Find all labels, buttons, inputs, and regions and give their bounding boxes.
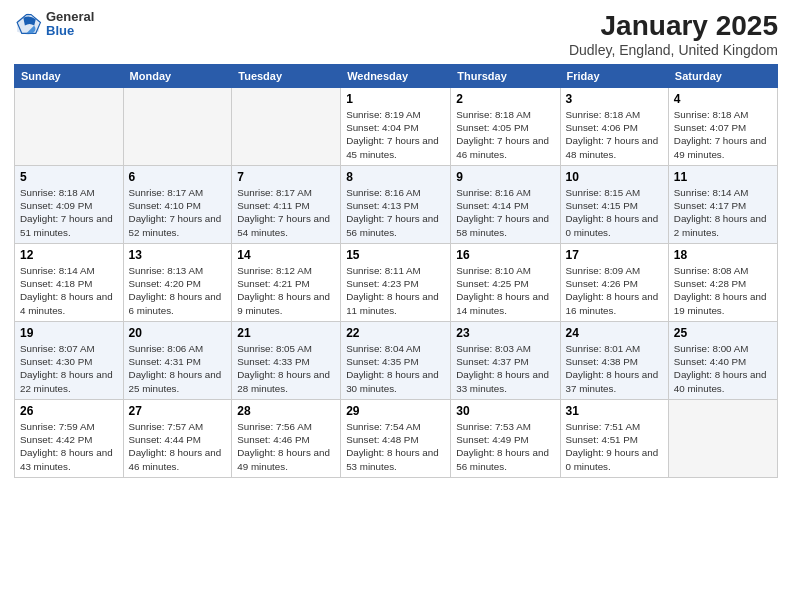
day-info: Sunrise: 8:18 AM Sunset: 4:09 PM Dayligh…: [20, 186, 118, 239]
day-number: 22: [346, 326, 445, 340]
calendar-week-row-4: 19Sunrise: 8:07 AM Sunset: 4:30 PM Dayli…: [15, 322, 778, 400]
calendar-table: Sunday Monday Tuesday Wednesday Thursday…: [14, 64, 778, 478]
calendar-cell: 24Sunrise: 8:01 AM Sunset: 4:38 PM Dayli…: [560, 322, 668, 400]
calendar-cell: 22Sunrise: 8:04 AM Sunset: 4:35 PM Dayli…: [341, 322, 451, 400]
day-number: 19: [20, 326, 118, 340]
day-number: 17: [566, 248, 663, 262]
day-info: Sunrise: 8:18 AM Sunset: 4:07 PM Dayligh…: [674, 108, 772, 161]
calendar-cell: 3Sunrise: 8:18 AM Sunset: 4:06 PM Daylig…: [560, 88, 668, 166]
calendar-cell: 13Sunrise: 8:13 AM Sunset: 4:20 PM Dayli…: [123, 244, 232, 322]
col-friday: Friday: [560, 65, 668, 88]
calendar-cell: 8Sunrise: 8:16 AM Sunset: 4:13 PM Daylig…: [341, 166, 451, 244]
day-number: 13: [129, 248, 227, 262]
calendar-cell: 5Sunrise: 8:18 AM Sunset: 4:09 PM Daylig…: [15, 166, 124, 244]
logo-text: General Blue: [46, 10, 94, 39]
day-number: 2: [456, 92, 554, 106]
day-number: 20: [129, 326, 227, 340]
calendar-week-row-3: 12Sunrise: 8:14 AM Sunset: 4:18 PM Dayli…: [15, 244, 778, 322]
calendar-cell: 18Sunrise: 8:08 AM Sunset: 4:28 PM Dayli…: [668, 244, 777, 322]
calendar-cell: 9Sunrise: 8:16 AM Sunset: 4:14 PM Daylig…: [451, 166, 560, 244]
calendar-cell: 19Sunrise: 8:07 AM Sunset: 4:30 PM Dayli…: [15, 322, 124, 400]
day-info: Sunrise: 8:10 AM Sunset: 4:25 PM Dayligh…: [456, 264, 554, 317]
calendar-header-row: Sunday Monday Tuesday Wednesday Thursday…: [15, 65, 778, 88]
day-number: 3: [566, 92, 663, 106]
day-number: 14: [237, 248, 335, 262]
day-info: Sunrise: 7:51 AM Sunset: 4:51 PM Dayligh…: [566, 420, 663, 473]
day-info: Sunrise: 8:17 AM Sunset: 4:11 PM Dayligh…: [237, 186, 335, 239]
day-number: 6: [129, 170, 227, 184]
col-thursday: Thursday: [451, 65, 560, 88]
calendar-cell: [232, 88, 341, 166]
day-info: Sunrise: 8:01 AM Sunset: 4:38 PM Dayligh…: [566, 342, 663, 395]
day-info: Sunrise: 8:12 AM Sunset: 4:21 PM Dayligh…: [237, 264, 335, 317]
calendar-cell: 11Sunrise: 8:14 AM Sunset: 4:17 PM Dayli…: [668, 166, 777, 244]
location: Dudley, England, United Kingdom: [569, 42, 778, 58]
calendar-cell: 20Sunrise: 8:06 AM Sunset: 4:31 PM Dayli…: [123, 322, 232, 400]
calendar-cell: 26Sunrise: 7:59 AM Sunset: 4:42 PM Dayli…: [15, 400, 124, 478]
calendar-cell: 27Sunrise: 7:57 AM Sunset: 4:44 PM Dayli…: [123, 400, 232, 478]
day-info: Sunrise: 8:15 AM Sunset: 4:15 PM Dayligh…: [566, 186, 663, 239]
day-info: Sunrise: 8:16 AM Sunset: 4:14 PM Dayligh…: [456, 186, 554, 239]
day-number: 18: [674, 248, 772, 262]
calendar-cell: 21Sunrise: 8:05 AM Sunset: 4:33 PM Dayli…: [232, 322, 341, 400]
calendar-cell: 10Sunrise: 8:15 AM Sunset: 4:15 PM Dayli…: [560, 166, 668, 244]
day-number: 16: [456, 248, 554, 262]
col-monday: Monday: [123, 65, 232, 88]
day-number: 26: [20, 404, 118, 418]
calendar-cell: 15Sunrise: 8:11 AM Sunset: 4:23 PM Dayli…: [341, 244, 451, 322]
day-number: 15: [346, 248, 445, 262]
calendar-cell: 23Sunrise: 8:03 AM Sunset: 4:37 PM Dayli…: [451, 322, 560, 400]
day-info: Sunrise: 8:14 AM Sunset: 4:18 PM Dayligh…: [20, 264, 118, 317]
day-info: Sunrise: 8:11 AM Sunset: 4:23 PM Dayligh…: [346, 264, 445, 317]
day-info: Sunrise: 8:03 AM Sunset: 4:37 PM Dayligh…: [456, 342, 554, 395]
col-sunday: Sunday: [15, 65, 124, 88]
calendar-cell: 29Sunrise: 7:54 AM Sunset: 4:48 PM Dayli…: [341, 400, 451, 478]
day-info: Sunrise: 8:17 AM Sunset: 4:10 PM Dayligh…: [129, 186, 227, 239]
day-number: 8: [346, 170, 445, 184]
col-tuesday: Tuesday: [232, 65, 341, 88]
day-number: 12: [20, 248, 118, 262]
day-info: Sunrise: 8:09 AM Sunset: 4:26 PM Dayligh…: [566, 264, 663, 317]
day-number: 31: [566, 404, 663, 418]
day-info: Sunrise: 8:04 AM Sunset: 4:35 PM Dayligh…: [346, 342, 445, 395]
day-info: Sunrise: 8:18 AM Sunset: 4:05 PM Dayligh…: [456, 108, 554, 161]
day-info: Sunrise: 8:07 AM Sunset: 4:30 PM Dayligh…: [20, 342, 118, 395]
day-info: Sunrise: 7:59 AM Sunset: 4:42 PM Dayligh…: [20, 420, 118, 473]
calendar-cell: 25Sunrise: 8:00 AM Sunset: 4:40 PM Dayli…: [668, 322, 777, 400]
day-info: Sunrise: 7:53 AM Sunset: 4:49 PM Dayligh…: [456, 420, 554, 473]
calendar-cell: [668, 400, 777, 478]
day-info: Sunrise: 8:14 AM Sunset: 4:17 PM Dayligh…: [674, 186, 772, 239]
col-saturday: Saturday: [668, 65, 777, 88]
calendar-cell: 17Sunrise: 8:09 AM Sunset: 4:26 PM Dayli…: [560, 244, 668, 322]
day-info: Sunrise: 8:00 AM Sunset: 4:40 PM Dayligh…: [674, 342, 772, 395]
calendar-week-row-5: 26Sunrise: 7:59 AM Sunset: 4:42 PM Dayli…: [15, 400, 778, 478]
calendar-cell: 6Sunrise: 8:17 AM Sunset: 4:10 PM Daylig…: [123, 166, 232, 244]
day-info: Sunrise: 8:18 AM Sunset: 4:06 PM Dayligh…: [566, 108, 663, 161]
day-info: Sunrise: 7:56 AM Sunset: 4:46 PM Dayligh…: [237, 420, 335, 473]
page: General Blue January 2025 Dudley, Englan…: [0, 0, 792, 612]
header: General Blue January 2025 Dudley, Englan…: [14, 10, 778, 58]
calendar-cell: 2Sunrise: 8:18 AM Sunset: 4:05 PM Daylig…: [451, 88, 560, 166]
logo: General Blue: [14, 10, 94, 39]
day-number: 28: [237, 404, 335, 418]
day-number: 24: [566, 326, 663, 340]
day-number: 27: [129, 404, 227, 418]
day-info: Sunrise: 8:05 AM Sunset: 4:33 PM Dayligh…: [237, 342, 335, 395]
day-number: 30: [456, 404, 554, 418]
day-number: 21: [237, 326, 335, 340]
day-info: Sunrise: 7:57 AM Sunset: 4:44 PM Dayligh…: [129, 420, 227, 473]
calendar-cell: [15, 88, 124, 166]
day-number: 7: [237, 170, 335, 184]
calendar-week-row-1: 1Sunrise: 8:19 AM Sunset: 4:04 PM Daylig…: [15, 88, 778, 166]
day-number: 11: [674, 170, 772, 184]
day-number: 25: [674, 326, 772, 340]
day-info: Sunrise: 8:13 AM Sunset: 4:20 PM Dayligh…: [129, 264, 227, 317]
day-number: 10: [566, 170, 663, 184]
col-wednesday: Wednesday: [341, 65, 451, 88]
calendar-cell: 31Sunrise: 7:51 AM Sunset: 4:51 PM Dayli…: [560, 400, 668, 478]
calendar-cell: 12Sunrise: 8:14 AM Sunset: 4:18 PM Dayli…: [15, 244, 124, 322]
calendar-cell: 14Sunrise: 8:12 AM Sunset: 4:21 PM Dayli…: [232, 244, 341, 322]
calendar-cell: 28Sunrise: 7:56 AM Sunset: 4:46 PM Dayli…: [232, 400, 341, 478]
day-number: 1: [346, 92, 445, 106]
logo-icon: [14, 10, 42, 38]
